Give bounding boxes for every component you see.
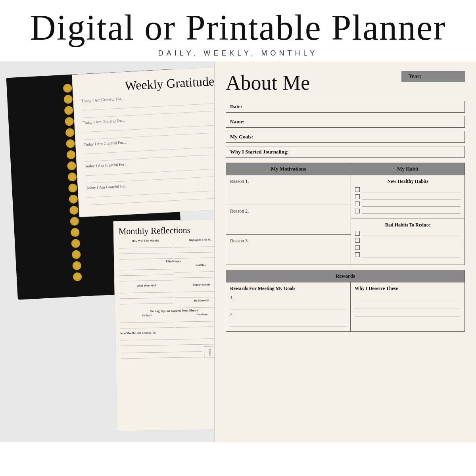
habit-checkbox-row-1 bbox=[355, 187, 461, 192]
bad-habits-section: Bad Habits To Reduce bbox=[351, 219, 464, 262]
habits-col: My Habit New Healthy Habits bbox=[351, 163, 464, 265]
main-title: Digital or Printable Planner bbox=[12, 8, 464, 47]
spiral-ring bbox=[67, 161, 76, 171]
habit-checkbox-row-3 bbox=[355, 201, 461, 207]
rewards-col-left-title: Rewards For Meeting My Goals bbox=[230, 286, 346, 292]
monthly-mid-grid: What Went Well Improvements Do More Off bbox=[119, 283, 228, 310]
new-habits-section: New Healthy Habits bbox=[351, 175, 464, 219]
spiral-ring bbox=[65, 117, 74, 126]
next-month-section: Next Month I Am Coming To: Mood Rating bbox=[120, 330, 229, 360]
bad-habit-checkbox-row-2 bbox=[355, 238, 461, 243]
monthly-title: Monthly Reflections bbox=[119, 225, 191, 236]
motivations-habits-section: My Motivations Reason 1. Reason 2. Reaso… bbox=[226, 163, 465, 265]
spiral-ring bbox=[67, 150, 76, 159]
spiral-ring bbox=[63, 84, 72, 93]
habit-checkbox-row-4 bbox=[355, 208, 461, 214]
name-field: Name: bbox=[226, 116, 465, 128]
new-habits-title: New Healthy Habits bbox=[355, 178, 461, 184]
motivations-col: My Motivations Reason 1. Reason 2. Reaso… bbox=[226, 163, 351, 265]
motivation-item-3: Reason 3. bbox=[226, 235, 351, 265]
bad-habit-checkbox-3[interactable] bbox=[355, 245, 360, 250]
challenges-section: Challenges Gratitu... bbox=[119, 259, 228, 282]
habit-checkbox-row-2 bbox=[355, 194, 461, 200]
main-area: Weekly Gratitude Why Why Today I Am Grat… bbox=[0, 61, 476, 442]
monthly-top-grid: How Was This Month? Highlights This M... bbox=[119, 238, 228, 261]
how-was-label: How Was This Month? bbox=[119, 239, 172, 243]
bad-habit-checkbox-row-3 bbox=[355, 245, 461, 250]
how-was-col: How Was This Month? bbox=[119, 239, 173, 260]
motivation-item-2: Reason 2. bbox=[226, 205, 351, 235]
spiral-ring bbox=[73, 272, 82, 281]
spiral-ring bbox=[71, 228, 80, 237]
rewards-header: Rewards bbox=[226, 270, 464, 282]
bad-habit-checkbox-2[interactable] bbox=[355, 238, 360, 243]
rewards-col-left: Rewards For Meeting My Goals 1. 2. bbox=[226, 282, 351, 331]
bad-habit-checkbox-row-1 bbox=[355, 230, 461, 236]
habit-checkbox-3[interactable] bbox=[355, 202, 360, 206]
spiral-ring bbox=[65, 128, 75, 137]
spiral-ring bbox=[72, 250, 81, 259]
spiral-ring bbox=[64, 106, 73, 115]
rewards-col-right-title: Why I Deserve These bbox=[355, 286, 461, 292]
habit-checkbox-2[interactable] bbox=[355, 194, 360, 199]
spiral-ring bbox=[66, 139, 75, 148]
rewards-col-right: Why I Deserve These bbox=[351, 282, 464, 331]
spiral-ring bbox=[72, 261, 81, 270]
habit-checkbox-1[interactable] bbox=[355, 187, 360, 192]
spiral-ring bbox=[69, 205, 79, 215]
journaling-field: Why I Started Journaling: bbox=[226, 146, 465, 158]
habits-header: My Habit bbox=[351, 163, 464, 175]
spiral-ring bbox=[63, 95, 73, 104]
setting-up-section: Setting Up For Success Next Month To Sta… bbox=[120, 308, 229, 330]
about-me-page: About Me Year: Date: Name: My Goals: Why… bbox=[214, 61, 476, 442]
header-section: Digital or Printable Planner DAILY, WEEK… bbox=[0, 0, 476, 61]
spiral-ring bbox=[71, 239, 80, 248]
about-header: About Me Year: bbox=[226, 71, 465, 94]
spiral-ring bbox=[70, 217, 79, 226]
about-title: About Me bbox=[226, 71, 310, 94]
bad-habit-checkbox-row-4 bbox=[355, 252, 461, 257]
rewards-two-col: Rewards For Meeting My Goals 1. 2. Why I… bbox=[226, 282, 464, 331]
spiral-ring bbox=[69, 194, 78, 203]
bad-habit-checkbox-1[interactable] bbox=[355, 231, 360, 236]
subtitle: DAILY, WEEKLY, MONTHLY bbox=[12, 49, 464, 58]
habit-checkbox-4[interactable] bbox=[355, 209, 360, 213]
spiral-ring bbox=[68, 183, 77, 192]
rewards-item-1: 1. bbox=[230, 295, 346, 301]
motivation-item-1: Reason 1. bbox=[226, 175, 351, 205]
bad-habits-title: Bad Habits To Reduce bbox=[355, 222, 461, 228]
rewards-section: Rewards Rewards For Meeting My Goals 1. … bbox=[226, 270, 465, 332]
date-field: Date: bbox=[226, 101, 465, 113]
motivations-header: My Motivations bbox=[226, 163, 351, 175]
rewards-item-2: 2. bbox=[230, 312, 346, 318]
bad-habit-checkbox-4[interactable] bbox=[355, 252, 360, 257]
goals-field: My Goals: bbox=[226, 131, 465, 143]
spiral-ring bbox=[67, 172, 77, 181]
year-box: Year: bbox=[401, 71, 465, 82]
